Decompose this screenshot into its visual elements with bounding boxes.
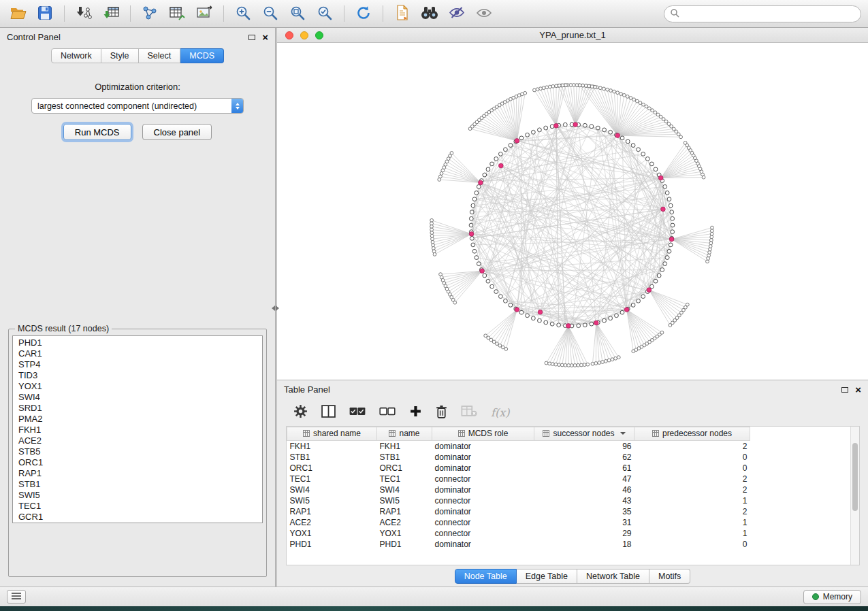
- network-icon: [142, 5, 158, 22]
- node-table: shared name name MCDS role successor nod…: [287, 427, 750, 550]
- tab-edge-table[interactable]: Edge Table: [517, 569, 577, 584]
- tab-network-table[interactable]: Network Table: [577, 569, 649, 584]
- add-column-button[interactable]: [409, 405, 422, 420]
- table-row[interactable]: ORC1ORC1dominator610: [287, 463, 750, 474]
- tab-motifs[interactable]: Motifs: [649, 569, 690, 584]
- save-session-button[interactable]: [31, 3, 59, 24]
- dropdown-stepper-icon: [231, 99, 243, 113]
- table-row[interactable]: SWI4SWI4dominator462: [287, 484, 750, 495]
- window-close-button[interactable]: [285, 31, 293, 39]
- mcds-result-item[interactable]: ACE2: [13, 435, 262, 446]
- hide-annotations-button[interactable]: [443, 3, 470, 24]
- close-panel-button[interactable]: ×: [262, 34, 268, 41]
- float-table-panel-button[interactable]: [841, 387, 848, 393]
- mcds-result-item[interactable]: PHD1: [13, 337, 262, 348]
- mcds-result-list[interactable]: PHD1CAR1STP4TID3YOX1SWI4SRD1PMA2FKH1ACE2…: [12, 335, 263, 523]
- panel-splitter[interactable]: [276, 28, 277, 587]
- show-graphics-button[interactable]: [470, 3, 498, 24]
- delete-column-button[interactable]: [436, 405, 447, 420]
- zoom-fit-button[interactable]: [284, 3, 311, 24]
- mcds-result-item[interactable]: SRD1: [13, 403, 262, 414]
- checked-checkboxes-icon: [349, 407, 366, 418]
- mcds-result-item[interactable]: FKH1: [13, 425, 262, 435]
- mcds-result-item[interactable]: YOX1: [13, 381, 262, 392]
- share-document-button[interactable]: [389, 3, 416, 24]
- close-table-panel-button[interactable]: ×: [855, 386, 861, 393]
- mcds-result-item[interactable]: STP4: [13, 359, 262, 370]
- tab-style[interactable]: Style: [101, 48, 139, 63]
- column-header-predecessor-nodes[interactable]: predecessor nodes: [634, 427, 750, 441]
- table-scrollbar[interactable]: [850, 427, 859, 565]
- table-panel-titlebar: Table Panel ×: [277, 380, 868, 399]
- table-row[interactable]: STB1STB1dominator620: [287, 452, 750, 463]
- run-mcds-button[interactable]: Run MCDS: [63, 124, 131, 140]
- open-session-button[interactable]: [4, 3, 31, 24]
- tab-mcds[interactable]: MCDS: [180, 48, 224, 63]
- mcds-result-item[interactable]: STB1: [13, 479, 262, 490]
- toolbar-separator: [64, 5, 65, 22]
- table-row[interactable]: YOX1YOX1connector291: [287, 528, 750, 539]
- mcds-result-item[interactable]: ORC1: [13, 457, 262, 468]
- splitter-collapse-icon[interactable]: [272, 306, 279, 311]
- float-panel-button[interactable]: [248, 35, 255, 40]
- table-row[interactable]: RAP1RAP1dominator352: [287, 506, 750, 517]
- zoom-selected-button[interactable]: [311, 3, 338, 24]
- criterion-dropdown[interactable]: largest connected component (undirected): [31, 98, 244, 114]
- mcds-result-item[interactable]: STB5: [13, 446, 262, 457]
- eye-icon: [476, 7, 492, 20]
- main-area: Control Panel × Network Style Select MCD…: [0, 28, 868, 587]
- table-settings-button[interactable]: [293, 404, 308, 420]
- window-zoom-button[interactable]: [315, 31, 323, 39]
- table-header-row: shared name name MCDS role successor nod…: [287, 427, 750, 441]
- column-type-icon: [543, 429, 549, 439]
- new-network-button[interactable]: [136, 3, 163, 24]
- mcds-result-item[interactable]: SWI4: [13, 392, 262, 403]
- control-panel-titlebar: Control Panel ×: [0, 28, 275, 46]
- mcds-result-item[interactable]: CAR1: [13, 348, 262, 359]
- export-image-button[interactable]: [191, 3, 218, 24]
- refresh-button[interactable]: [350, 3, 377, 24]
- deselect-all-rows-button[interactable]: [379, 407, 396, 418]
- window-minimize-button[interactable]: [300, 31, 308, 39]
- import-network-button[interactable]: [70, 3, 97, 24]
- table-row[interactable]: TEC1TEC1connector472: [287, 474, 750, 484]
- table-row[interactable]: PHD1PHD1dominator180: [287, 539, 750, 550]
- column-header-mcds-role[interactable]: MCDS role: [432, 427, 534, 441]
- function-builder-button[interactable]: f(x): [491, 406, 509, 419]
- mcds-result-item[interactable]: RAP1: [13, 468, 262, 479]
- show-columns-button[interactable]: [321, 405, 336, 420]
- mcds-result-item[interactable]: GCR1: [13, 512, 262, 523]
- select-all-rows-button[interactable]: [349, 407, 366, 418]
- table-row[interactable]: SWI5SWI5connector431: [287, 495, 750, 506]
- tab-node-table[interactable]: Node Table: [455, 569, 517, 584]
- mcds-result-group: MCDS result (17 nodes) PHD1CAR1STP4TID3Y…: [8, 324, 267, 577]
- search-box[interactable]: [664, 5, 861, 22]
- memory-button[interactable]: Memory: [803, 590, 861, 604]
- table-row[interactable]: FKH1FKH1dominator962: [287, 441, 750, 452]
- desktop-wallpaper-strip: [0, 606, 868, 611]
- scrollbar-thumb[interactable]: [852, 443, 858, 511]
- delete-table-button-disabled[interactable]: [461, 406, 477, 419]
- network-view[interactable]: [277, 43, 868, 380]
- task-history-button[interactable]: [7, 590, 26, 604]
- close-panel-action-button[interactable]: Close panel: [142, 124, 212, 140]
- import-table-button[interactable]: [97, 3, 125, 24]
- mcds-result-item[interactable]: SWI5: [13, 490, 262, 501]
- search-input[interactable]: [684, 9, 855, 18]
- tab-network[interactable]: Network: [51, 48, 101, 63]
- zoom-out-button[interactable]: [257, 3, 284, 24]
- mcds-result-item[interactable]: TID3: [13, 370, 262, 381]
- table-panel: Table Panel ×: [277, 380, 868, 587]
- network-table-button[interactable]: [163, 3, 191, 24]
- mcds-result-item[interactable]: PMA2: [13, 414, 262, 425]
- column-header-successor-nodes[interactable]: successor nodes: [534, 427, 634, 441]
- column-header-shared-name[interactable]: shared name: [287, 427, 377, 441]
- mcds-result-item[interactable]: TEC1: [13, 501, 262, 512]
- tab-select[interactable]: Select: [139, 48, 181, 63]
- window-controls: [285, 31, 323, 39]
- network-canvas: [277, 43, 868, 380]
- column-header-name[interactable]: name: [377, 427, 432, 441]
- zoom-in-button[interactable]: [229, 3, 257, 24]
- table-row[interactable]: ACE2ACE2connector311: [287, 517, 750, 528]
- search-network-button[interactable]: [416, 3, 443, 24]
